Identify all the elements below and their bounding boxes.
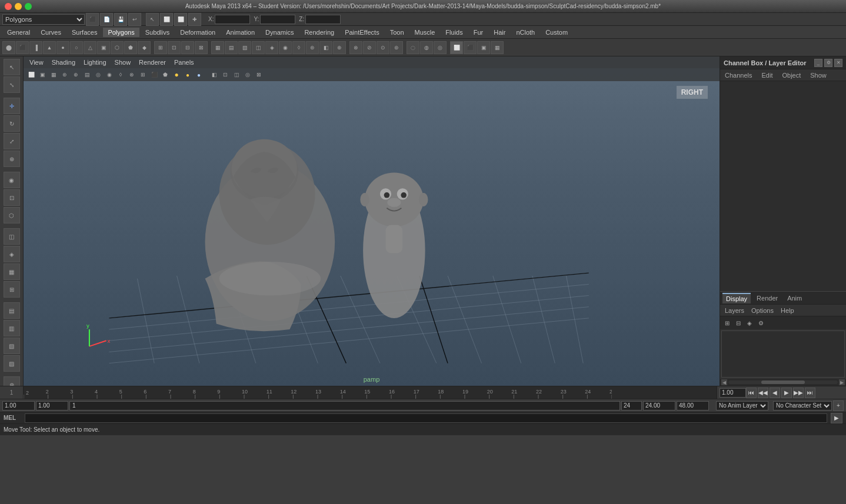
step-back-btn[interactable]: ◀◀ — [758, 388, 768, 398]
frame-end-input[interactable] — [643, 401, 675, 410]
menu-ncloth[interactable]: nCloth — [511, 28, 539, 37]
vp-icon-9[interactable]: ◊ — [115, 69, 126, 80]
menu-custom[interactable]: Custom — [541, 28, 572, 37]
hq-icon[interactable]: ⬜ — [450, 41, 463, 54]
vp-icon-3[interactable]: ▦ — [48, 69, 59, 80]
pipe-icon[interactable]: ▣ — [97, 41, 110, 54]
shading-menu[interactable]: Shading — [48, 58, 79, 66]
vp-icon-cam2[interactable]: ⊡ — [220, 69, 231, 80]
menu-general[interactable]: General — [2, 28, 35, 37]
scroll-left[interactable]: ◀ — [721, 379, 727, 385]
anim-layer-select[interactable]: No Anim Layer — [716, 401, 768, 410]
vp-icon-10[interactable]: ⊗ — [126, 69, 137, 80]
vp-icon-4[interactable]: ⊛ — [59, 69, 70, 80]
timeline-ruler[interactable]: 2 — [24, 386, 717, 399]
poly-select-icon[interactable]: ▦ — [211, 41, 224, 54]
cb-settings[interactable]: ⚙ — [824, 59, 832, 67]
vp-icon-13[interactable]: ⬟ — [160, 69, 171, 80]
vp-icon-2[interactable]: ▣ — [37, 69, 48, 80]
renderer-menu[interactable]: Renderer — [135, 58, 169, 66]
toolbar-icon-7[interactable]: ⬜ — [174, 13, 187, 26]
tab-object[interactable]: Object — [780, 71, 803, 79]
scale-tool[interactable]: ⤢ — [4, 133, 20, 149]
sphere-icon[interactable]: ● — [56, 41, 69, 54]
sub-layers[interactable]: Layers — [722, 306, 747, 315]
menu-deformation[interactable]: Deformation — [175, 28, 220, 37]
ring-icon[interactable]: ○ — [70, 41, 83, 54]
layer-delete-icon[interactable]: ⊟ — [734, 318, 743, 328]
frame-start-input[interactable] — [2, 401, 35, 410]
tab-channels[interactable]: Channels — [722, 71, 754, 79]
lasso-tool[interactable]: ⊡ — [4, 189, 20, 206]
mirror-icon[interactable]: ◧ — [319, 41, 332, 54]
vp-icon-cam5[interactable]: ⊠ — [254, 69, 264, 80]
layer-tool-1[interactable]: ▤ — [4, 302, 20, 319]
menu-hair[interactable]: Hair — [489, 28, 510, 37]
menu-polygons[interactable]: Polygons — [103, 28, 139, 37]
sub-options[interactable]: Options — [749, 306, 776, 315]
vp-icon-11[interactable]: ⊞ — [138, 69, 148, 80]
checker2-icon[interactable]: ▣ — [477, 41, 490, 54]
vp-icon-6[interactable]: ▤ — [82, 69, 92, 80]
vp-icon-12[interactable]: ⬛ — [149, 69, 159, 80]
soccer-icon[interactable]: ⬟ — [124, 41, 137, 54]
layer-tool-2[interactable]: ▥ — [4, 320, 20, 336]
go-end-btn[interactable]: ⏭ — [805, 388, 815, 398]
frame-current-input[interactable] — [36, 401, 68, 410]
x-coord-input[interactable] — [215, 15, 250, 24]
menu-rendering[interactable]: Rendering — [299, 28, 339, 37]
z-coord-input[interactable] — [305, 15, 341, 24]
toolbar-icon-1[interactable]: ⬛ — [86, 13, 99, 26]
render-icon[interactable]: ◌ — [407, 41, 419, 54]
soft-select[interactable]: ◉ — [4, 172, 20, 188]
character-set-select[interactable]: No Character Set — [773, 401, 832, 410]
layer-tool-4[interactable]: ▨ — [4, 355, 20, 372]
frame-end-display-input[interactable] — [621, 401, 642, 410]
go-start-btn[interactable]: ⏮ — [746, 388, 757, 398]
move-tool[interactable]: ✛ — [4, 98, 20, 114]
menu-subdivs[interactable]: Subdlivs — [141, 28, 175, 37]
toolbar-icon-2[interactable]: 📄 — [100, 13, 113, 26]
torus-icon[interactable]: ⬤ — [2, 41, 15, 54]
panels-menu[interactable]: Panels — [171, 58, 198, 66]
vp-icon-1[interactable]: ⬜ — [26, 69, 36, 80]
snap2-icon[interactable]: ⊘ — [363, 41, 376, 54]
vp-shading-wire[interactable]: ● — [194, 69, 204, 80]
char-set-button[interactable]: + — [833, 400, 844, 411]
helix-icon[interactable]: ⬡ — [111, 41, 124, 54]
cb-close[interactable]: ✕ — [834, 59, 842, 67]
bool-icon[interactable]: ◉ — [279, 41, 292, 54]
show-tool[interactable]: ◈ — [4, 246, 20, 262]
vp-icon-5[interactable]: ⊕ — [71, 69, 81, 80]
next-frame-btn[interactable]: ▶▶ — [793, 388, 804, 398]
viewport-3d[interactable]: View Shading Lighting Show Renderer Pane… — [24, 56, 720, 386]
menu-fluids[interactable]: Fluids — [441, 28, 467, 37]
vp-icon-7[interactable]: ◎ — [93, 69, 104, 80]
toolbar-icon-3[interactable]: 💾 — [114, 13, 127, 26]
crease-icon[interactable]: ⊛ — [306, 41, 319, 54]
cb-minimize[interactable]: _ — [814, 59, 822, 67]
menu-toon[interactable]: Toon — [385, 28, 409, 37]
sculpt-icon[interactable]: ◈ — [265, 41, 278, 54]
tab-edit[interactable]: Edit — [759, 71, 775, 79]
create-tool[interactable]: ⊛ — [4, 376, 20, 386]
cone-icon[interactable]: ▲ — [43, 41, 56, 54]
close-button[interactable] — [5, 3, 12, 10]
vp-icon-cam4[interactable]: ◎ — [242, 69, 253, 80]
snap-tool[interactable]: ◫ — [4, 228, 20, 245]
vp-icon-cam3[interactable]: ◫ — [231, 69, 242, 80]
menu-dynamics[interactable]: Dynamics — [261, 28, 298, 37]
vp-shading-flat[interactable]: ● — [171, 69, 182, 80]
reduce-icon[interactable]: ▧ — [238, 41, 251, 54]
smooth-icon[interactable]: ▤ — [225, 41, 238, 54]
sub-help[interactable]: Help — [778, 306, 797, 315]
extrude-icon[interactable]: ⊡ — [168, 41, 181, 54]
rotate-tool[interactable]: ↻ — [4, 115, 20, 132]
platonic-icon[interactable]: ◆ — [138, 41, 151, 54]
maximize-button[interactable] — [25, 3, 32, 10]
retopo-icon[interactable]: ◫ — [252, 41, 265, 54]
frame-total-input[interactable] — [677, 401, 709, 410]
component-tool[interactable]: ⊞ — [4, 281, 20, 298]
attr-tool[interactable]: ▦ — [4, 263, 20, 280]
mode-dropdown[interactable]: Polygons Surfaces Dynamics Rendering — [2, 14, 85, 25]
